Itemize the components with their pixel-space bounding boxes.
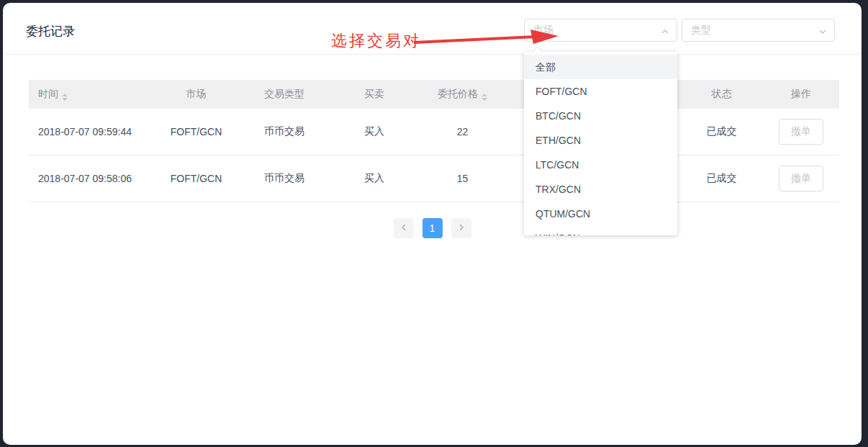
dropdown-item-foft-gcn[interactable]: FOFT/GCN [524, 79, 677, 104]
column-header-market: 市场 [158, 88, 234, 101]
cell-time: 2018-07-07 09:58:06 [29, 173, 158, 184]
pagination-next-button[interactable] [451, 218, 471, 238]
cell-trade-type: 币币交易 [234, 172, 335, 185]
sort-icon[interactable] [62, 94, 68, 101]
table-row: 2018-07-07 09:59:44 FOFT/GCN 币币交易 买入 22 … [29, 109, 839, 155]
type-filter-placeholder: 类型 [691, 24, 711, 37]
dropdown-item-qtum-gcn[interactable]: QTUM/GCN [524, 202, 677, 226]
chevron-left-icon [399, 222, 408, 235]
cell-side: 买入 [335, 125, 414, 138]
chevron-down-icon [818, 27, 827, 38]
column-header-trade-type: 交易类型 [234, 88, 335, 101]
page-title: 委托记录 [26, 23, 75, 40]
column-header-side: 买卖 [335, 88, 414, 101]
column-header-price: 委托价格 [414, 88, 511, 101]
cell-status: 已成交 [680, 172, 763, 185]
dropdown-item-trx-gcn[interactable]: TRX/GCN [524, 177, 677, 202]
pagination-page-1[interactable]: 1 [422, 218, 443, 238]
cell-action: 撤单 [763, 119, 839, 145]
column-header-status: 状态 [680, 88, 763, 101]
cell-market: FOFT/GCN [158, 126, 234, 137]
orders-table: 时间 市场 交易类型 买卖 委托价格 委托数量 状态 操作 2018-07-07… [29, 80, 839, 202]
column-header-time: 时间 [29, 88, 158, 101]
cell-market: FOFT/GCN [158, 173, 234, 184]
dropdown-item-ltc-gcn[interactable]: LTC/GCN [524, 153, 677, 177]
chevron-up-icon [661, 27, 669, 38]
dropdown-item-all[interactable]: 全部 [524, 55, 677, 79]
header-divider [3, 54, 862, 55]
cell-status: 已成交 [680, 125, 763, 138]
market-dropdown-menu: 全部 FOFT/GCN BTC/GCN ETH/GCN LTC/GCN TRX/… [524, 52, 677, 235]
dropdown-item-eth-gcn[interactable]: ETH/GCN [524, 128, 677, 153]
pagination-prev-button[interactable] [394, 218, 414, 238]
sort-icon[interactable] [482, 94, 487, 101]
table-header-row: 时间 市场 交易类型 买卖 委托价格 委托数量 状态 操作 [29, 80, 839, 109]
dropdown-item-partial[interactable]: WIN/GCN [524, 226, 677, 235]
cell-time: 2018-07-07 09:59:44 [29, 126, 158, 137]
table-row: 2018-07-07 09:58:06 FOFT/GCN 币币交易 买入 15 … [29, 155, 839, 202]
cancel-order-button[interactable]: 撤单 [779, 119, 823, 145]
cell-action: 撤单 [763, 166, 839, 191]
type-filter-select[interactable]: 类型 [682, 19, 835, 42]
cell-price: 15 [414, 173, 511, 184]
cell-trade-type: 币币交易 [234, 125, 335, 138]
order-records-panel: 委托记录 市场 类型 选择交易对 时间 市场 交易类型 买卖 委托价格 委托数量… [3, 3, 862, 445]
cancel-order-button[interactable]: 撤单 [779, 166, 823, 191]
column-header-action: 操作 [763, 88, 839, 101]
chevron-right-icon [457, 222, 466, 235]
annotation-arrow-icon [410, 27, 564, 49]
annotation-label: 选择交易对 [331, 30, 421, 52]
cell-price: 22 [414, 126, 511, 137]
dropdown-item-btc-gcn[interactable]: BTC/GCN [524, 104, 677, 128]
pagination: 1 [394, 218, 471, 238]
cell-side: 买入 [335, 172, 414, 185]
